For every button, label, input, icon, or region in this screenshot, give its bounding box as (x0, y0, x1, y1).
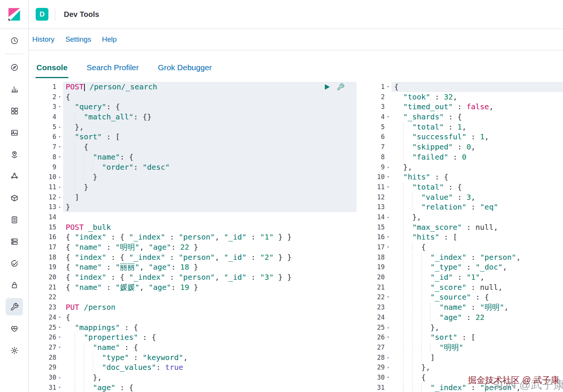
code-text[interactable]: "max_score" : null, (391, 222, 563, 232)
code-text[interactable]: { "index" : { "_index" : "person", "_id"… (63, 232, 357, 242)
code-text[interactable]: { (63, 142, 357, 152)
code-text[interactable]: "successful" : 1, (391, 132, 563, 142)
fold-toggle-icon[interactable]: ▾ (56, 312, 63, 323)
code-text[interactable]: "value" : 3, (391, 192, 563, 202)
code-text[interactable]: "took" : 32, (391, 92, 563, 102)
code-line[interactable]: 21{ "name" : "媛媛", "age": 19 } (28, 282, 357, 292)
code-line[interactable]: 5▴ }, (28, 122, 357, 132)
code-line[interactable]: 28 "type" : "keyword", (28, 353, 357, 363)
code-text[interactable]: { "name" : "丽丽", "age": 18 } (63, 262, 357, 272)
code-line[interactable]: 22▾ "_source" : { (365, 292, 563, 302)
code-line[interactable]: 8▾ "name": { (28, 152, 357, 162)
code-text[interactable]: { (63, 92, 357, 102)
code-text[interactable]: "mappings" : { (63, 323, 357, 333)
kibana-logo-box[interactable] (0, 0, 29, 29)
tab-search-profiler[interactable]: Search Profiler (86, 63, 140, 78)
code-text[interactable]: }, (63, 372, 357, 383)
code-text[interactable]: "order": "desc" (63, 162, 357, 172)
code-text[interactable]: POST _bulk (63, 222, 357, 232)
code-line[interactable]: 14▴ }, (365, 212, 563, 222)
code-text[interactable]: } (63, 182, 357, 192)
code-line[interactable]: 24▾{ (28, 312, 357, 323)
code-text[interactable]: "hits" : [ (391, 232, 563, 242)
code-line[interactable]: 20 "_id" : "1", (365, 272, 563, 282)
history-link[interactable]: History (32, 35, 54, 44)
code-line[interactable]: 5 "total" : 1, (365, 122, 563, 132)
code-text[interactable]: "properties" : { (63, 332, 357, 342)
code-line[interactable]: 27▾ "name" : { (28, 342, 357, 353)
sidebar-item-visualize[interactable] (6, 80, 23, 98)
fold-toggle-icon[interactable]: ▾ (56, 132, 63, 142)
code-line[interactable]: 14 (28, 212, 357, 222)
code-text[interactable]: "_type" : "_doc", (391, 262, 563, 272)
code-line[interactable]: 6 "successful" : 1, (365, 132, 563, 142)
code-text[interactable]: "hits" : { (391, 172, 563, 182)
code-text[interactable]: "total" : 1, (391, 122, 563, 132)
code-text[interactable]: }, (391, 323, 563, 333)
code-text[interactable]: } (63, 202, 357, 212)
fold-toggle-icon[interactable]: ▾ (385, 292, 391, 302)
code-line[interactable]: 16{ "index" : { "_index" : "person", "_i… (28, 232, 357, 242)
code-line[interactable]: 24 "age" : 22 (365, 312, 563, 323)
code-line[interactable]: 29▴ }, (365, 362, 563, 372)
code-line[interactable]: 4▾ "_shards" : { (365, 112, 563, 122)
tab-console[interactable]: Console (36, 63, 68, 78)
code-line[interactable]: 10▾ "hits" : { (365, 172, 563, 182)
code-line[interactable]: 26▾ "sort" : [ (365, 332, 563, 342)
sidebar-item-uptime[interactable] (6, 255, 23, 272)
fold-toggle-icon[interactable]: ▾ (385, 172, 391, 182)
code-line[interactable]: 4 "match_all": {} (28, 112, 357, 122)
code-text[interactable]: "_shards" : { (391, 112, 563, 122)
fold-toggle-icon[interactable]: ▾ (385, 372, 391, 383)
code-text[interactable] (63, 292, 357, 302)
code-text[interactable]: "timed_out" : false, (391, 102, 563, 112)
code-line[interactable]: 2 "took" : 32, (365, 92, 563, 102)
fold-toggle-icon[interactable]: ▾ (385, 332, 391, 342)
sidebar-item-dev-tools[interactable] (6, 298, 23, 315)
sidebar-item-security[interactable] (6, 276, 23, 294)
code-line[interactable]: 8 "failed" : 0 (365, 152, 563, 162)
fold-toggle-icon[interactable]: ▾ (385, 242, 391, 252)
fold-toggle-icon[interactable]: ▾ (56, 323, 63, 333)
code-text[interactable]: "name" : "明明", (391, 302, 563, 312)
sidebar-item-maps[interactable] (6, 146, 23, 163)
code-line[interactable]: 12▴ ] (28, 192, 357, 202)
settings-link[interactable]: Settings (65, 35, 91, 44)
fold-toggle-icon[interactable]: ▴ (56, 372, 63, 383)
code-text[interactable]: } (63, 172, 357, 182)
help-link[interactable]: Help (102, 35, 117, 44)
code-line[interactable]: 26▾ "properties" : { (28, 332, 357, 342)
sidebar-item-management[interactable] (6, 342, 23, 359)
tab-grok-debugger[interactable]: Grok Debugger (157, 63, 213, 78)
fold-toggle-icon[interactable]: ▴ (56, 122, 63, 132)
fold-toggle-icon[interactable]: ▴ (56, 202, 63, 212)
code-text[interactable]: "_source" : { (391, 292, 563, 302)
code-text[interactable]: "relation" : "eq" (391, 202, 563, 212)
sidebar-item-canvas[interactable] (6, 124, 23, 141)
sidebar-item-dashboard[interactable] (6, 102, 23, 119)
code-line[interactable]: 9 "order": "desc" (28, 162, 357, 172)
code-line[interactable]: 30▴ }, (28, 372, 357, 383)
code-text[interactable]: "name": { (63, 152, 357, 162)
fold-toggle-icon[interactable]: ▾ (56, 102, 63, 112)
code-line[interactable]: 22 (28, 292, 357, 302)
code-line[interactable]: 1POST /person/_search (28, 82, 357, 92)
sidebar-item-logs[interactable] (6, 211, 23, 228)
fold-toggle-icon[interactable]: ▴ (385, 162, 391, 172)
code-line[interactable]: 12 "value" : 3, (365, 192, 563, 202)
response-viewer[interactable]: 1▾{2 "took" : 32,3 "timed_out" : false,4… (365, 82, 563, 392)
code-line[interactable]: 9▴ }, (365, 162, 563, 172)
code-line[interactable]: 29 "doc_values": true (28, 362, 357, 372)
code-text[interactable]: { (391, 82, 563, 92)
code-line[interactable]: 13 "relation" : "eq" (365, 202, 563, 212)
code-line[interactable]: 18{ "index" : { "_index" : "person", "_i… (28, 252, 357, 262)
sidebar-item-machine-learning[interactable] (6, 167, 23, 185)
code-text[interactable]: }, (63, 122, 357, 132)
code-text[interactable]: { (63, 312, 357, 323)
code-text[interactable]: "failed" : 0 (391, 152, 563, 162)
code-text[interactable]: "age" : { (63, 383, 357, 392)
code-line[interactable]: 31▾ "age" : { (28, 383, 357, 392)
code-text[interactable]: { "name" : "明明", "age": 22 } (63, 242, 357, 252)
code-text[interactable]: "_score" : null, (391, 282, 563, 292)
code-line[interactable]: 17{ "name" : "明明", "age": 22 } (28, 242, 357, 252)
